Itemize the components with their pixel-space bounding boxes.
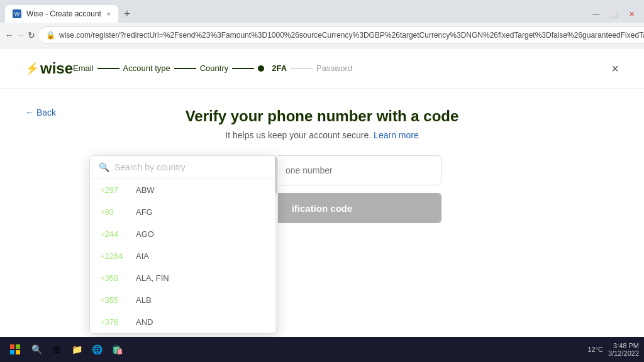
search-row: 🔍 xyxy=(90,156,277,179)
step-password: Password xyxy=(316,63,352,73)
forward-nav-button[interactable]: → xyxy=(16,26,25,44)
country-item-abw[interactable]: +297 ABW xyxy=(90,179,277,201)
step-email-label: Email xyxy=(73,63,94,73)
taskbar-clock: 3:48 PM 3/12/2022 xyxy=(608,342,639,357)
step-2fa: 2FA xyxy=(258,63,287,73)
taskview-icon[interactable]: ⊞ xyxy=(48,341,65,358)
browser-tab[interactable]: W Wise - Create account × xyxy=(5,5,118,23)
search-icon: 🔍 xyxy=(99,162,109,172)
clock-date: 3/12/2022 xyxy=(608,349,639,357)
progress-steps: Email Account type Country 2FA Password xyxy=(73,63,352,73)
country-list: +297 ABW +93 AFG +244 AGO +1264 xyxy=(90,179,277,333)
country-name-and: AND xyxy=(136,317,153,327)
learn-more-link[interactable]: Learn more xyxy=(374,130,419,140)
store-icon[interactable]: 🛍️ xyxy=(108,341,126,358)
tab-title: Wise - Create account xyxy=(26,9,101,18)
logo-text: wise xyxy=(40,60,73,77)
step-country: Country xyxy=(200,63,229,73)
step-password-label: Password xyxy=(316,63,352,73)
phone-area: 🔍 +297 ABW +93 AFG xyxy=(203,155,441,223)
window-controls: — ⬜ ✕ xyxy=(589,8,639,20)
taskbar: 🔍 ⊞ 📁 🌐 🛍️ 12°C 3:48 PM 3/12/2022 xyxy=(0,337,644,362)
new-tab-button[interactable]: + xyxy=(118,5,136,23)
back-nav-button[interactable]: ← xyxy=(5,26,14,44)
country-name-aia: AIA xyxy=(136,251,149,261)
taskbar-right: 12°C 3:48 PM 3/12/2022 xyxy=(587,342,639,357)
address-bar[interactable]: 🔒 wise.com/register/?redirectUrl=%2Fsend… xyxy=(38,26,644,44)
svg-rect-2 xyxy=(10,350,14,354)
site-header: ⚡ wise Email Account type Country 2FA xyxy=(0,48,644,89)
file-explorer-icon[interactable]: 📁 xyxy=(68,341,86,358)
country-item-ago[interactable]: +244 AGO xyxy=(90,223,277,245)
country-item-aia[interactable]: +1264 AIA xyxy=(90,245,277,267)
country-item-and[interactable]: +376 AND xyxy=(90,311,277,333)
connector-3 xyxy=(232,68,254,69)
clock-time: 3:48 PM xyxy=(608,342,639,349)
country-code-alb: +355 xyxy=(100,295,128,305)
tab-favicon: W xyxy=(13,9,21,18)
country-item-afg[interactable]: +93 AFG xyxy=(90,201,277,223)
temperature: 12°C xyxy=(587,346,603,353)
connector-4 xyxy=(291,68,313,69)
country-code-afg: +93 xyxy=(100,207,128,217)
country-name-afg: AFG xyxy=(136,207,153,217)
step-account-type: Account type xyxy=(123,63,170,73)
svg-rect-0 xyxy=(10,344,14,349)
edge-icon[interactable]: 🌐 xyxy=(88,341,106,358)
scrollbar-track xyxy=(275,156,277,333)
page-title: Verify your phone number with a code xyxy=(186,107,459,125)
search-taskbar-icon[interactable]: 🔍 xyxy=(28,341,45,358)
logo: ⚡ wise xyxy=(25,60,73,77)
country-code-abw: +297 xyxy=(100,185,128,195)
country-dropdown[interactable]: 🔍 +297 ABW +93 AFG xyxy=(89,155,278,334)
country-code-and: +376 xyxy=(100,317,128,327)
country-name-ala: ALA, FIN xyxy=(136,273,169,283)
back-link[interactable]: ← Back xyxy=(25,107,56,118)
country-item-ala[interactable]: +358 ALA, FIN xyxy=(90,267,277,289)
logo-icon: ⚡ xyxy=(25,62,39,75)
svg-rect-1 xyxy=(16,344,20,349)
step-2fa-dot xyxy=(258,65,264,72)
step-2fa-label: 2FA xyxy=(272,63,287,73)
country-code-ala: +358 xyxy=(100,273,128,283)
phone-number-input[interactable] xyxy=(278,155,441,185)
close-window-button[interactable]: ✕ xyxy=(624,8,639,20)
connector-1 xyxy=(97,68,119,69)
country-name-alb: ALB xyxy=(136,295,152,305)
minimize-button[interactable]: — xyxy=(589,8,604,20)
svg-rect-3 xyxy=(16,350,20,354)
country-name-abw: ABW xyxy=(136,185,155,195)
country-code-aia: +1264 xyxy=(100,251,128,261)
main-content: ← Back Verify your phone number with a c… xyxy=(0,89,644,242)
url-text: wise.com/register/?redirectUrl=%2Fsend%2… xyxy=(59,31,644,40)
phone-input-row: 🔍 +297 ABW +93 AFG xyxy=(203,155,441,185)
country-code-ago: +244 xyxy=(100,229,128,239)
country-name-ago: AGO xyxy=(136,229,154,239)
country-search-input[interactable] xyxy=(114,162,269,172)
step-email: Email xyxy=(73,63,94,73)
connector-2 xyxy=(174,68,196,69)
page-subtitle: It helps us keep your account secure. Le… xyxy=(225,130,418,140)
close-button[interactable]: × xyxy=(611,61,619,75)
step-country-label: Country xyxy=(200,63,229,73)
scrollbar-thumb[interactable] xyxy=(275,156,277,194)
country-item-alb[interactable]: +355 ALB xyxy=(90,289,277,311)
step-account-type-label: Account type xyxy=(123,63,170,73)
page-content: ⚡ wise Email Account type Country 2FA xyxy=(0,48,644,362)
reload-button[interactable]: ↻ xyxy=(28,26,35,44)
tab-close-button[interactable]: × xyxy=(107,10,111,18)
start-button[interactable] xyxy=(5,339,25,359)
maximize-button[interactable]: ⬜ xyxy=(606,8,621,20)
